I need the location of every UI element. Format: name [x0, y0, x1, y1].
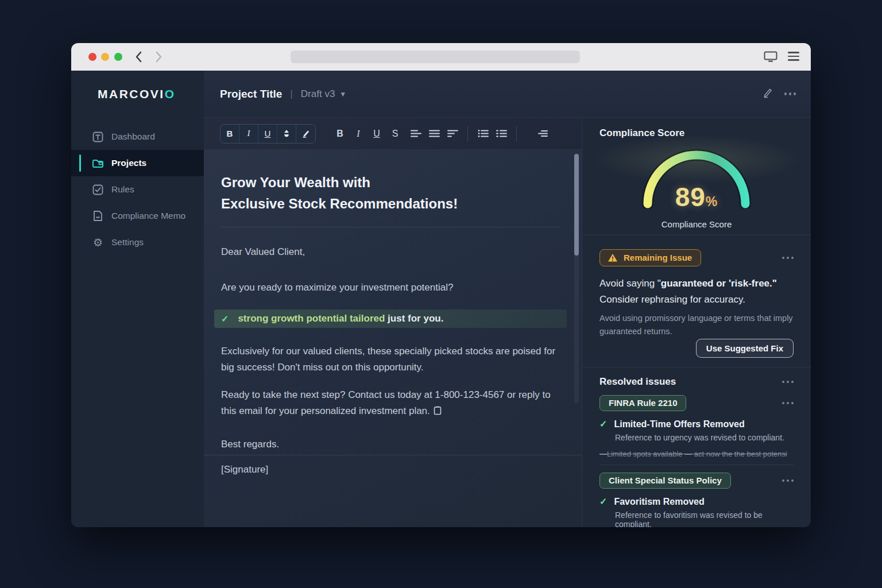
- score-unit: %: [706, 194, 718, 209]
- document-end-divider: [204, 455, 582, 455]
- resolved-item: FINRA Rule 2210 ✓ Limited-Time Offers Re…: [599, 395, 794, 465]
- underline-button-2[interactable]: U: [368, 125, 386, 142]
- editor-scrollbar-thumb[interactable]: [574, 154, 579, 256]
- sidebar: MARCOVIO Dashboard Projects: [71, 71, 204, 527]
- score-section: Compliance Score: [582, 118, 811, 235]
- clipboard-icon: [434, 404, 442, 420]
- bullet-list-icon[interactable]: [474, 125, 492, 142]
- page-header: Project Title | Draft v3 ▼: [204, 71, 811, 118]
- issue-detail: Avoid using promissory language or terms…: [599, 312, 794, 338]
- sidebar-item-projects[interactable]: Projects: [71, 150, 204, 176]
- color-picker-icon[interactable]: [277, 125, 296, 143]
- removed-text: —Limited spots available — act now the t…: [599, 450, 794, 458]
- sidebar-item-label: Compliance Memo: [111, 211, 185, 221]
- sidebar-item-dashboard[interactable]: Dashboard: [71, 123, 204, 150]
- back-icon[interactable]: [133, 51, 145, 65]
- resolved-issues-section: Resolved issues FINRA Rule 2210 ✓ Limite…: [582, 368, 811, 527]
- resolved-issues-title: Resolved issues: [599, 376, 676, 388]
- sidebar-nav: Dashboard Projects Rules: [71, 118, 204, 256]
- italic-button[interactable]: I: [239, 125, 258, 143]
- close-window-button[interactable]: [88, 53, 96, 61]
- suggested-text-highlight[interactable]: ✓ strong growth potential tailored just …: [214, 310, 567, 328]
- item-more-menu-icon[interactable]: [782, 402, 794, 405]
- resolved-item-title: Favoritism Removed: [614, 497, 704, 507]
- align-justify-icon[interactable]: [425, 125, 443, 142]
- hamburger-menu-icon[interactable]: [788, 52, 799, 61]
- app-logo: MARCOVIO: [71, 71, 204, 118]
- numbered-list-icon[interactable]: [492, 125, 510, 142]
- minimize-window-button[interactable]: [101, 53, 109, 61]
- title-separator: |: [290, 88, 292, 100]
- header-more-menu-icon[interactable]: [784, 92, 796, 95]
- sidebar-item-rules[interactable]: Rules: [71, 176, 204, 203]
- dashboard-icon: [92, 131, 104, 142]
- formatting-toolbar: B I U B I U S: [204, 118, 582, 150]
- align-right-icon[interactable]: [443, 125, 462, 142]
- score-value: 89%: [638, 181, 755, 212]
- forward-icon[interactable]: [153, 51, 164, 65]
- issue-more-menu-icon[interactable]: [782, 257, 794, 260]
- use-suggested-fix-button[interactable]: Use Suggested Fix: [696, 339, 794, 358]
- paragraph-signature: [Signature]: [221, 462, 560, 478]
- resolved-item-description: Reference to urgency was revised to comp…: [599, 433, 794, 442]
- remaining-issue-label: Remaining Issue: [624, 253, 692, 262]
- sidebar-item-label: Projects: [111, 158, 146, 168]
- compliance-gauge: 89%: [638, 144, 755, 208]
- monitor-icon[interactable]: [764, 51, 777, 65]
- logo-accent: O: [165, 87, 176, 101]
- browser-chrome: [71, 43, 811, 71]
- resolved-item-description: Reference to favoritism was revised to b…: [599, 510, 794, 527]
- issue-message: Avoid saying "guaranteed or 'risk-free."…: [599, 276, 794, 308]
- highlight-text: strong growth potential tailored just fo…: [238, 313, 443, 324]
- sidebar-item-settings[interactable]: ⚙ Settings: [71, 229, 204, 256]
- bold-button-2[interactable]: B: [331, 125, 349, 142]
- align-left-icon[interactable]: [407, 125, 425, 142]
- underline-button[interactable]: U: [258, 125, 277, 143]
- content-area: Project Title | Draft v3 ▼ B: [204, 71, 811, 527]
- rule-badge[interactable]: FINRA Rule 2210: [599, 395, 686, 411]
- resolved-item-title: Limited-Time Offers Removed: [614, 419, 744, 430]
- paragraph-cta: Ready to take the next step? Contact us …: [221, 387, 560, 420]
- edit-pencil-icon[interactable]: [761, 87, 774, 102]
- body-row: B I U B I U S: [204, 118, 811, 527]
- editor-column: B I U B I U S: [204, 118, 582, 527]
- item-more-menu-icon[interactable]: [782, 479, 794, 482]
- resolved-more-menu-icon[interactable]: [782, 381, 794, 384]
- paragraph-salutation: Dear Valued Client,: [221, 244, 560, 260]
- sidebar-item-compliance-memo[interactable]: Compliance Memo: [71, 203, 204, 229]
- address-bar[interactable]: [291, 51, 580, 63]
- rule-badge[interactable]: Client Special Status Policy: [599, 473, 731, 489]
- draft-version-selector[interactable]: Draft v3: [301, 88, 335, 100]
- paragraph-question: Are you ready to maximize your investmen…: [221, 280, 560, 296]
- check-icon: ✓: [599, 496, 607, 507]
- page-title: Project Title: [220, 88, 282, 100]
- document-editor[interactable]: Grow Your Wealth with Exclusive Stock Re…: [204, 150, 582, 527]
- chevron-down-icon[interactable]: ▼: [339, 90, 346, 98]
- logo-text: MARCOVI: [98, 87, 165, 101]
- remaining-issue-badge[interactable]: Remaining Issue: [599, 249, 701, 266]
- resolved-item: Client Special Status Policy ✓ Favoritis…: [599, 473, 794, 527]
- gear-icon: ⚙: [92, 236, 104, 249]
- item-divider: [599, 465, 794, 465]
- browser-window: MARCOVIO Dashboard Projects: [71, 43, 811, 527]
- pencil-icon[interactable]: [296, 125, 315, 143]
- document-heading: Grow Your Wealth with Exclusive Stock Re…: [221, 172, 560, 214]
- sidebar-item-label: Dashboard: [111, 131, 155, 142]
- maximize-window-button[interactable]: [114, 53, 122, 61]
- check-icon: ✓: [221, 314, 229, 324]
- compliance-panel: Compliance Score: [582, 118, 811, 527]
- italic-button-2[interactable]: I: [349, 125, 368, 142]
- header-actions: [761, 87, 796, 102]
- paragraph-closing: Best regards.: [221, 436, 560, 452]
- heading-divider: [221, 227, 560, 227]
- app-shell: MARCOVIO Dashboard Projects: [71, 71, 811, 527]
- sidebar-item-label: Settings: [111, 237, 144, 247]
- folder-icon: [92, 158, 104, 168]
- bold-button[interactable]: B: [220, 125, 239, 143]
- toolbar-divider: [516, 126, 517, 141]
- remaining-issue-section: Remaining Issue Avoid saying "guaranteed…: [582, 235, 811, 368]
- sidebar-item-label: Rules: [111, 184, 134, 195]
- indent-right-icon[interactable]: [533, 125, 551, 142]
- warning-icon: [608, 253, 618, 262]
- strikethrough-button[interactable]: S: [386, 125, 404, 142]
